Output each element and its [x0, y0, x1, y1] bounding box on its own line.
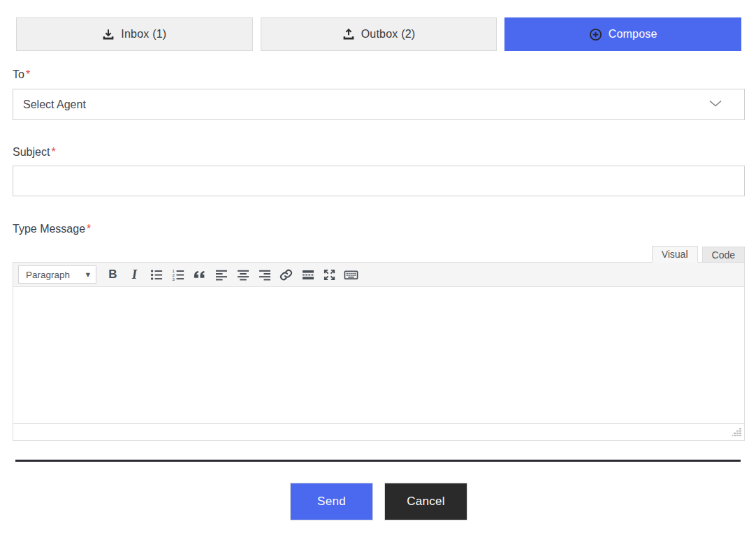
- plus-circle-icon: [589, 28, 602, 41]
- section-divider: [15, 460, 741, 462]
- italic-button[interactable]: I: [124, 265, 145, 284]
- compose-button[interactable]: Compose: [504, 17, 741, 51]
- numbered-list-button[interactable]: 1 2 3: [167, 265, 189, 284]
- paragraph-dropdown-label: Paragraph: [26, 270, 70, 280]
- align-center-icon: [236, 268, 250, 282]
- agent-select[interactable]: Select Agent: [13, 89, 745, 120]
- link-icon: [279, 268, 293, 282]
- message-label: Type Message*: [13, 222, 745, 235]
- italic-icon: I: [132, 267, 137, 282]
- bold-button[interactable]: B: [102, 265, 124, 284]
- read-more-icon: [301, 268, 315, 282]
- align-right-icon: [258, 268, 272, 282]
- to-label: To*: [13, 68, 745, 81]
- blockquote-icon: [193, 268, 206, 282]
- fullscreen-icon: [323, 268, 336, 282]
- fullscreen-button[interactable]: [319, 265, 340, 284]
- to-label-text: To: [13, 68, 24, 80]
- upload-icon: [342, 28, 355, 41]
- subject-label: Subject*: [13, 145, 745, 159]
- tab-code[interactable]: Code: [702, 247, 745, 263]
- svg-text:3: 3: [172, 277, 175, 282]
- align-left-button[interactable]: [210, 265, 232, 284]
- align-center-button[interactable]: [232, 265, 254, 284]
- align-left-icon: [215, 268, 228, 282]
- keyboard-icon: [344, 268, 358, 282]
- editor-statusbar: [13, 423, 744, 440]
- inbox-button[interactable]: Inbox (1): [16, 17, 253, 51]
- blockquote-button[interactable]: [189, 265, 210, 284]
- read-more-button[interactable]: [297, 265, 319, 284]
- required-asterisk: *: [87, 223, 91, 235]
- send-button[interactable]: Send: [290, 483, 373, 520]
- inbox-label: Inbox (1): [121, 28, 166, 41]
- required-asterisk: *: [26, 68, 30, 80]
- subject-label-text: Subject: [13, 146, 50, 158]
- compose-page: Inbox (1) Outbox (2) Compose To* Select …: [0, 0, 756, 520]
- compose-label: Compose: [609, 28, 657, 41]
- download-icon: [102, 28, 115, 41]
- bullet-list-icon: [150, 268, 163, 282]
- align-right-button[interactable]: [254, 265, 275, 284]
- required-asterisk: *: [51, 146, 55, 158]
- resize-grip-icon[interactable]: [732, 428, 742, 438]
- mailbox-nav: Inbox (1) Outbox (2) Compose: [13, 17, 745, 51]
- cancel-button[interactable]: Cancel: [384, 483, 467, 520]
- paragraph-dropdown[interactable]: Paragraph ▼: [18, 265, 96, 284]
- message-editor-area[interactable]: [13, 287, 744, 423]
- bold-icon: B: [108, 268, 117, 282]
- keyboard-button[interactable]: [340, 265, 362, 284]
- bullet-list-button[interactable]: [145, 265, 167, 284]
- numbered-list-icon: 1 2 3: [171, 268, 185, 282]
- chevron-down-icon: [708, 98, 723, 111]
- tab-visual[interactable]: Visual: [652, 246, 698, 263]
- form-actions: Send Cancel: [13, 483, 745, 520]
- caret-down-icon: ▼: [86, 272, 90, 278]
- editor-toolbar: Paragraph ▼ B I 1 2 3: [13, 263, 744, 287]
- message-label-text: Type Message: [13, 223, 85, 235]
- editor-mode-tabs: Visual Code: [13, 246, 745, 263]
- outbox-label: Outbox (2): [361, 28, 416, 41]
- link-button[interactable]: [275, 265, 297, 284]
- outbox-button[interactable]: Outbox (2): [261, 17, 497, 51]
- subject-input[interactable]: [13, 166, 745, 196]
- message-editor: Paragraph ▼ B I 1 2 3: [13, 262, 745, 441]
- agent-select-value: Select Agent: [23, 98, 86, 111]
